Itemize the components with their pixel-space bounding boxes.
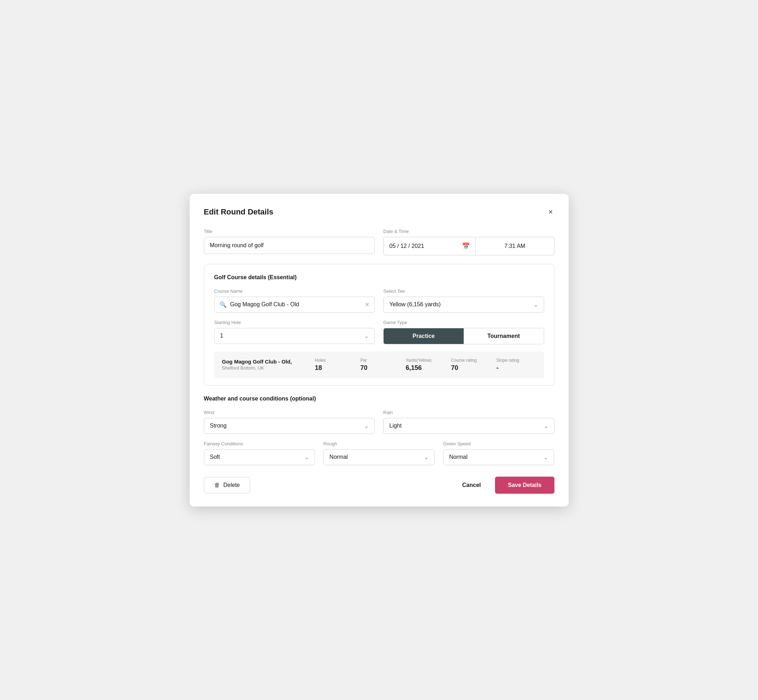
- starting-hole-group: Starting Hole 1 ⌄: [214, 320, 375, 344]
- chevron-down-icon: ⌄: [534, 301, 538, 308]
- fairway-rough-green-row: Fairway Conditions Soft ⌄ Rough Normal ⌄…: [204, 441, 554, 465]
- course-name-value: Gog Magog Golf Club - Old: [230, 301, 362, 308]
- wind-value: Strong: [210, 423, 365, 429]
- save-button[interactable]: Save Details: [495, 477, 554, 494]
- slope-rating-value: -: [496, 364, 498, 372]
- chevron-down-icon-6: ⌄: [424, 454, 429, 461]
- rough-value: Normal: [329, 454, 424, 460]
- delete-label: Delete: [224, 482, 240, 488]
- modal-title: Edit Round Details: [204, 207, 274, 217]
- datetime-group: Date & Time 05 / 12 / 2021 📅 7:31 AM: [383, 229, 554, 255]
- practice-button[interactable]: Practice: [384, 328, 464, 344]
- starting-hole-dropdown[interactable]: 1 ⌄: [214, 328, 375, 344]
- chevron-down-icon-3: ⌄: [364, 423, 369, 429]
- fairway-group: Fairway Conditions Soft ⌄: [204, 441, 315, 465]
- fairway-value: Soft: [210, 454, 304, 460]
- green-speed-group: Green Speed Normal ⌄: [443, 441, 554, 465]
- datetime-label: Date & Time: [383, 229, 554, 234]
- yards-stat: Yards(Yellow) 6,156: [400, 358, 446, 372]
- tournament-button[interactable]: Tournament: [464, 328, 544, 344]
- par-stat: Par 70: [354, 358, 400, 372]
- wind-label: Wind: [204, 410, 375, 415]
- chevron-down-icon-5: ⌄: [304, 454, 309, 461]
- wind-dropdown[interactable]: Strong ⌄: [204, 418, 375, 434]
- yards-label: Yards(Yellow): [406, 358, 432, 363]
- slope-rating-label: Slope rating: [496, 358, 519, 363]
- golf-course-section: Golf Course details (Essential) Course N…: [204, 264, 554, 386]
- title-input[interactable]: [204, 237, 375, 254]
- holes-label: Holes: [315, 358, 326, 363]
- cancel-button[interactable]: Cancel: [457, 477, 487, 493]
- hole-gametype-row: Starting Hole 1 ⌄ Game Type Practice Tou…: [214, 320, 544, 344]
- select-tee-dropdown[interactable]: Yellow (6,156 yards) ⌄: [383, 297, 544, 312]
- par-label: Par: [360, 358, 367, 363]
- chevron-down-icon-7: ⌄: [543, 454, 548, 461]
- course-rating-label: Course rating: [451, 358, 476, 363]
- footer-row: 🗑 Delete Cancel Save Details: [204, 477, 554, 494]
- wind-group: Wind Strong ⌄: [204, 410, 375, 434]
- game-type-label: Game Type: [383, 320, 544, 325]
- title-group: Title: [204, 229, 375, 255]
- edit-round-modal: Edit Round Details × Title Date & Time 0…: [190, 194, 568, 506]
- weather-section-title: Weather and course conditions (optional): [204, 395, 554, 402]
- course-name-input[interactable]: 🔍 Gog Magog Golf Club - Old ✕: [214, 297, 375, 312]
- delete-button[interactable]: 🗑 Delete: [204, 477, 250, 493]
- green-speed-dropdown[interactable]: Normal ⌄: [443, 449, 554, 465]
- select-tee-label: Select Tee: [383, 289, 544, 294]
- modal-header: Edit Round Details ×: [204, 207, 554, 217]
- course-name-block: Gog Magog Golf Club - Old, Shelford Bott…: [222, 359, 309, 370]
- rain-group: Rain Light ⌄: [383, 410, 554, 434]
- green-speed-label: Green Speed: [443, 441, 554, 446]
- trash-icon: 🗑: [214, 482, 220, 488]
- course-info-row: Gog Magog Golf Club - Old, Shelford Bott…: [214, 352, 544, 378]
- select-tee-value: Yellow (6,156 yards): [389, 301, 534, 308]
- course-rating-stat: Course rating 70: [445, 358, 491, 372]
- starting-hole-label: Starting Hole: [214, 320, 375, 325]
- fairway-dropdown[interactable]: Soft ⌄: [204, 449, 315, 465]
- datetime-row: 05 / 12 / 2021 📅 7:31 AM: [383, 237, 554, 255]
- yards-value: 6,156: [406, 364, 422, 372]
- game-type-group: Game Type Practice Tournament: [383, 320, 544, 344]
- select-tee-group: Select Tee Yellow (6,156 yards) ⌄: [383, 289, 544, 312]
- date-input[interactable]: 05 / 12 / 2021 📅: [383, 237, 476, 255]
- clear-icon[interactable]: ✕: [365, 301, 370, 308]
- calendar-icon: 📅: [462, 242, 470, 250]
- course-name-label: Course Name: [214, 289, 375, 294]
- chevron-down-icon-4: ⌄: [544, 423, 548, 429]
- holes-value: 18: [315, 364, 322, 372]
- course-location: Shelford Bottom, UK: [222, 365, 309, 370]
- rain-label: Rain: [383, 410, 554, 415]
- rough-group: Rough Normal ⌄: [324, 441, 434, 465]
- time-value: 7:31 AM: [504, 243, 525, 249]
- title-label: Title: [204, 229, 375, 234]
- course-rating-value: 70: [451, 364, 458, 372]
- rough-label: Rough: [324, 441, 434, 446]
- green-speed-value: Normal: [449, 454, 543, 460]
- fairway-label: Fairway Conditions: [204, 441, 315, 446]
- search-icon: 🔍: [219, 301, 227, 308]
- rough-dropdown[interactable]: Normal ⌄: [324, 449, 434, 465]
- footer-right: Cancel Save Details: [457, 477, 554, 494]
- close-button[interactable]: ×: [547, 207, 554, 217]
- title-datetime-row: Title Date & Time 05 / 12 / 2021 📅 7:31 …: [204, 229, 554, 255]
- par-value: 70: [360, 364, 367, 372]
- game-type-toggle: Practice Tournament: [383, 328, 544, 344]
- rain-value: Light: [389, 423, 544, 429]
- chevron-down-icon-2: ⌄: [364, 333, 369, 339]
- rain-dropdown[interactable]: Light ⌄: [383, 418, 554, 434]
- weather-section: Weather and course conditions (optional)…: [204, 395, 554, 465]
- golf-section-title: Golf Course details (Essential): [214, 274, 544, 281]
- course-main-name: Gog Magog Golf Club - Old,: [222, 359, 309, 364]
- starting-hole-value: 1: [220, 333, 365, 339]
- time-input[interactable]: 7:31 AM: [476, 237, 554, 255]
- course-tee-row: Course Name 🔍 Gog Magog Golf Club - Old …: [214, 289, 544, 312]
- course-name-group: Course Name 🔍 Gog Magog Golf Club - Old …: [214, 289, 375, 312]
- slope-rating-stat: Slope rating -: [491, 358, 536, 372]
- date-value: 05 / 12 / 2021: [389, 243, 458, 249]
- holes-stat: Holes 18: [309, 358, 355, 372]
- wind-rain-row: Wind Strong ⌄ Rain Light ⌄: [204, 410, 554, 434]
